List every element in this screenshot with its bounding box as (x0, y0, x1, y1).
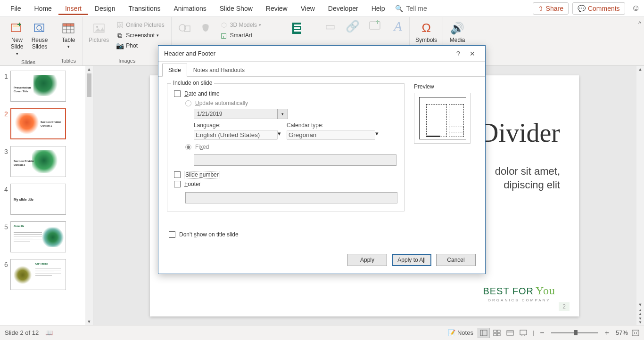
chevron-down-icon: ▾ (67, 44, 70, 49)
slide-counter: Slide 2 of 12 (5, 329, 39, 336)
zoom-slider[interactable] (551, 332, 598, 333)
menu-help[interactable]: Help (365, 2, 392, 15)
menu-slideshow[interactable]: Slide Show (213, 2, 259, 15)
tell-me-search[interactable]: 🔍 Tell me (391, 2, 430, 15)
date-time-label: Date and time (184, 90, 220, 97)
date-time-checkbox[interactable] (174, 90, 181, 97)
share-label: Share (546, 5, 563, 12)
3d-models-button[interactable]: ⬡3D Models▾ (218, 20, 263, 30)
svg-rect-32 (520, 330, 527, 335)
reuse-slides-button[interactable]: Reuse Slides (28, 19, 51, 52)
language-select[interactable] (194, 130, 278, 140)
notes-button[interactable]: 📝Notes (444, 329, 477, 336)
preview-label: Preview (414, 83, 477, 90)
menu-transitions[interactable]: Transitions (122, 2, 167, 15)
dont-show-checkbox[interactable] (169, 231, 175, 238)
comments-label: Comments (588, 5, 620, 12)
footer-label: Footer (184, 181, 201, 187)
menu-animations[interactable]: Animations (167, 2, 213, 15)
table-label: Table (62, 37, 75, 43)
shapes-button[interactable] (174, 19, 195, 39)
slide-thumb-3[interactable]: 3 Section Divider Option 2 (2, 146, 90, 177)
zoom-in-button[interactable]: + (602, 329, 612, 337)
reading-view-button[interactable] (504, 328, 516, 338)
zoom-handle[interactable] (574, 330, 578, 335)
svg-rect-1 (13, 25, 19, 27)
slide-thumb-4[interactable]: 4 My slide title (2, 184, 90, 215)
ribbon-collapse-icon[interactable]: ^ (638, 20, 641, 27)
scroll-thumb[interactable] (87, 73, 91, 97)
feedback-icon[interactable]: ☺ (632, 3, 640, 13)
smartart-button[interactable]: ◱SmartArt (218, 30, 263, 40)
calendar-dropdown-button[interactable]: ▾ (375, 130, 379, 140)
slide-thumb-6[interactable]: 6 Our Theme (2, 259, 90, 290)
dialog-close-button[interactable]: ✕ (465, 50, 479, 57)
fixed-radio[interactable] (185, 144, 191, 150)
scroll-down-icon[interactable]: ▼ (638, 301, 643, 308)
svg-rect-26 (494, 330, 496, 332)
menu-file[interactable]: File (4, 2, 28, 15)
icons-button[interactable] (195, 19, 216, 39)
pictures-button[interactable]: Pictures (86, 19, 112, 45)
scroll-up-icon[interactable]: ▲ (638, 66, 643, 73)
notes-icon: 📝 (448, 329, 455, 336)
tab-slide[interactable]: Slide (162, 64, 187, 77)
media-icon: 🔊 (450, 21, 465, 36)
slide-subtitle: dolor sit amet,dipiscing elit (495, 165, 560, 192)
apply-to-all-button[interactable]: Apply to All (392, 254, 431, 266)
online-pictures-button[interactable]: 🖼Online Pictures (114, 20, 166, 30)
footer-value-input[interactable] (185, 192, 397, 203)
slide-title: Divider (479, 118, 560, 148)
online-pictures-icon: 🖼 (116, 21, 124, 29)
slideshow-view-button[interactable] (517, 328, 529, 338)
table-button[interactable]: Table ▾ (57, 19, 80, 51)
svg-rect-16 (184, 26, 190, 32)
normal-view-button[interactable] (478, 328, 490, 338)
fixed-value-input[interactable] (194, 154, 396, 166)
menu-review[interactable]: Review (259, 2, 294, 15)
calendar-select[interactable] (287, 130, 375, 140)
header-footer-dialog: Header and Footer ? ✕ Slide Notes and Ha… (158, 45, 486, 274)
slide-thumb-2[interactable]: 2 Section Divider Option 1 (2, 108, 90, 139)
comments-button[interactable]: 💬 Comments (572, 2, 625, 15)
svg-point-5 (37, 25, 41, 30)
svg-rect-28 (494, 333, 496, 336)
spellcheck-icon[interactable]: 📖 (45, 329, 53, 336)
menu-view[interactable]: View (294, 2, 322, 15)
cancel-button[interactable]: Cancel (436, 254, 476, 266)
slide-thumb-5[interactable]: 5 About Us (2, 221, 90, 252)
svg-rect-12 (63, 24, 74, 26)
apply-button[interactable]: Apply (347, 254, 387, 266)
tab-notes-handouts[interactable]: Notes and Handouts (187, 64, 251, 76)
new-slide-button[interactable]: New Slide ▾ (6, 19, 28, 58)
text-icon: A (390, 19, 405, 34)
date-dropdown-button[interactable]: ▾ (278, 109, 288, 119)
slide-thumb-1[interactable]: 1 Presentation Cover Title (2, 71, 90, 102)
slide-panel: 1 Presentation Cover Title 2 Section Div… (0, 66, 93, 325)
slide-panel-scrollbar[interactable]: ▲ ▼ (85, 66, 93, 325)
share-button[interactable]: ⇧ Share (533, 2, 569, 15)
canvas-scrollbar[interactable]: ▲ ▼ ▲▲ ▼▼ (636, 66, 644, 325)
scroll-down-icon[interactable]: ▼ (87, 318, 91, 325)
menu-insert[interactable]: Insert (58, 2, 88, 15)
sorter-view-button[interactable] (491, 328, 503, 338)
screenshot-button[interactable]: ⧉Screenshot▾ (114, 30, 166, 40)
zoom-level[interactable]: 57% (612, 329, 632, 336)
footer-checkbox[interactable] (174, 181, 181, 187)
update-auto-radio[interactable] (185, 100, 191, 106)
prev-slide-icon[interactable]: ▲▲ (638, 308, 642, 316)
fit-to-window-button[interactable] (632, 330, 639, 336)
menu-developer[interactable]: Developer (322, 2, 365, 15)
menu-design[interactable]: Design (88, 2, 122, 15)
group-label-images: Images (118, 57, 135, 65)
menu-home[interactable]: Home (28, 2, 58, 15)
comment-icon (368, 19, 383, 34)
language-dropdown-button[interactable]: ▾ (278, 130, 281, 140)
zoom-out-button[interactable]: − (537, 329, 547, 337)
dialog-help-button[interactable]: ? (451, 50, 465, 57)
scroll-up-icon[interactable]: ▲ (87, 66, 91, 73)
slide-number-checkbox[interactable] (174, 171, 181, 178)
next-slide-icon[interactable]: ▼▼ (638, 316, 642, 325)
date-value-input[interactable] (194, 109, 278, 119)
smartart-label: SmartArt (230, 32, 252, 39)
